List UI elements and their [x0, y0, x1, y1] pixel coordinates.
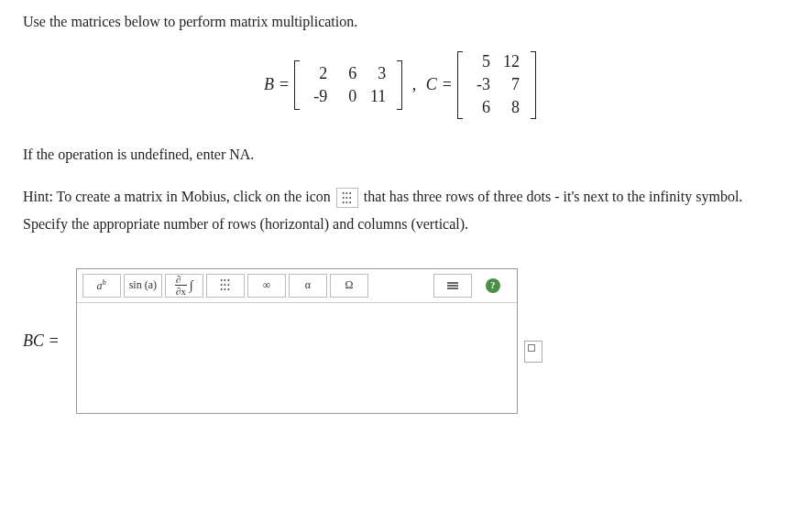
- help-icon: ?: [486, 278, 500, 293]
- matrix-c-equation: C = 5 12 -3 7 6 8: [426, 49, 536, 121]
- matrix-b-label: B: [264, 75, 274, 94]
- matrix-cell: 5: [474, 52, 490, 71]
- matrix-cell: 6: [340, 64, 356, 83]
- matrix-display: B = 2 6 3 -9 0 11 , C = 5 12 -3 7 6 8: [23, 49, 777, 121]
- separator-comma: ,: [412, 75, 417, 93]
- matrix-cell: 6: [474, 98, 490, 117]
- trig-button[interactable]: sin (a): [124, 274, 162, 298]
- keyboard-icon: [447, 282, 458, 289]
- matrix-cell: 7: [503, 75, 520, 94]
- expand-button[interactable]: [524, 341, 542, 363]
- editor-input-area[interactable]: [77, 303, 517, 413]
- equals-sign: =: [279, 75, 289, 94]
- equation-editor[interactable]: ab sin (a) ∂ ∂x ∫ ••••••••• ∞ α Ω: [76, 268, 518, 414]
- help-button[interactable]: ?: [475, 275, 511, 297]
- editor-toolbar: ab sin (a) ∂ ∂x ∫ ••••••••• ∞ α Ω: [77, 269, 517, 303]
- matrix-cell: 3: [369, 64, 386, 83]
- hint-text: Hint: To create a matrix in Mobius, clic…: [23, 183, 777, 239]
- grid-dots-icon: •••••••••: [220, 279, 230, 291]
- matrix-cell: -3: [474, 75, 490, 94]
- hint-post1: that has three rows of three dots - it's…: [364, 189, 624, 204]
- omega-button[interactable]: Ω: [330, 274, 368, 298]
- matrix-cell: 11: [369, 87, 386, 106]
- matrix-button[interactable]: •••••••••: [206, 274, 245, 298]
- instruction-text: Use the matrices below to perform matrix…: [23, 14, 777, 30]
- exponent-button[interactable]: ab: [82, 274, 121, 298]
- matrix-cell: 12: [503, 52, 520, 71]
- matrix-b-grid: 2 6 3 -9 0 11: [305, 60, 391, 110]
- grid-dots-icon: •••••••••: [342, 192, 352, 204]
- right-bracket: [397, 60, 402, 110]
- matrix-cell: 0: [340, 87, 356, 106]
- alpha-button[interactable]: α: [289, 274, 327, 298]
- keyboard-button[interactable]: [433, 274, 472, 298]
- equals-sign: =: [443, 75, 452, 94]
- matrix-cell: -9: [311, 87, 327, 106]
- right-bracket: [531, 51, 536, 119]
- matrix-c-grid: 5 12 -3 7 6 8: [468, 49, 525, 121]
- hint-pre: Hint: To create a matrix in Mobius, clic…: [23, 189, 331, 204]
- matrix-cell: 8: [503, 98, 520, 117]
- matrix-icon: •••••••••: [336, 188, 358, 208]
- matrix-b-equation: B = 2 6 3 -9 0 11: [264, 60, 402, 110]
- undefined-note: If the operation is undefined, enter NA.: [23, 147, 777, 163]
- answer-label: BC =: [23, 331, 60, 351]
- infinity-button[interactable]: ∞: [247, 274, 286, 298]
- left-bracket: [457, 51, 463, 119]
- left-bracket: [294, 60, 300, 110]
- matrix-c-label: C: [426, 75, 437, 94]
- derivative-button[interactable]: ∂ ∂x ∫: [165, 274, 203, 298]
- matrix-cell: 2: [311, 64, 327, 83]
